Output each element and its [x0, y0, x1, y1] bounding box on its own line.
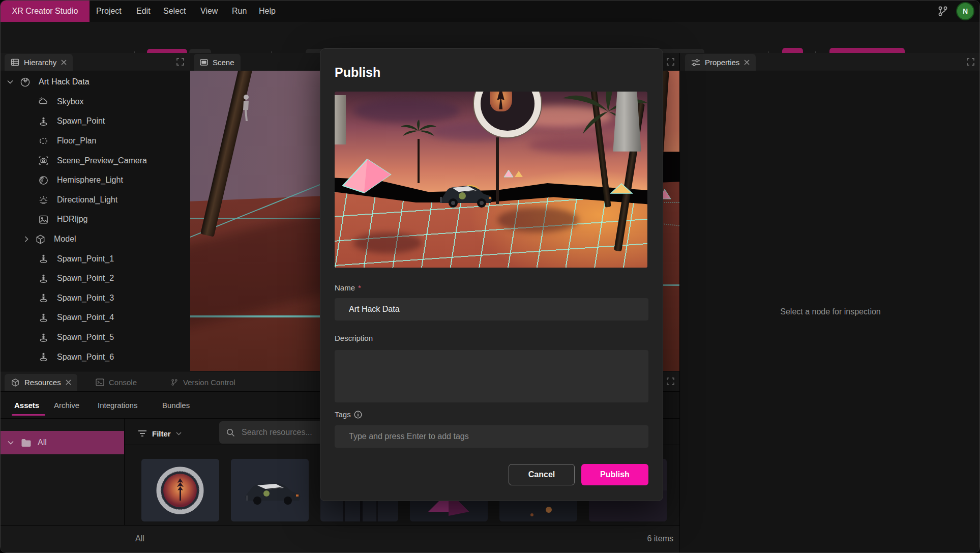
tree-item-spawn-point-3[interactable]: Spawn_Point_3 [1, 288, 190, 308]
world-icon [20, 77, 31, 88]
branch-icon [170, 378, 179, 387]
art-hack-data-badge-image [141, 459, 219, 521]
tree-item-scene-preview-camera[interactable]: Scene_Preview_Camera [1, 151, 190, 170]
folder-tree: All [1, 419, 125, 525]
image-icon [38, 214, 49, 225]
chevron-down-icon[interactable] [7, 80, 13, 84]
filter-button[interactable]: Filter [138, 422, 182, 445]
tab-label: Hierarchy [24, 58, 56, 67]
tab-properties[interactable]: Properties [685, 54, 756, 71]
tree-item-art-hack-data[interactable]: Art Hack Data [1, 72, 190, 92]
subtab-archive[interactable]: Archive [54, 401, 79, 410]
menu-help[interactable]: Help [259, 1, 276, 22]
close-icon[interactable] [66, 380, 71, 385]
spawn-point-icon [38, 332, 49, 343]
preview-sign-pole [496, 137, 499, 204]
tree-label: Skybox [57, 97, 83, 106]
tab-version-control[interactable]: Version Control [164, 374, 242, 391]
name-field-label: Name * [335, 283, 361, 292]
version-control-branch-icon[interactable] [937, 5, 949, 17]
properties-tabbar: Properties [680, 53, 980, 71]
tab-console[interactable]: Console [90, 374, 143, 391]
menu-edit[interactable]: Edit [136, 1, 151, 22]
tags-input[interactable] [335, 425, 648, 448]
tree-label: Spawn_Point_1 [57, 254, 114, 264]
subtab-bundles[interactable]: Bundles [162, 401, 190, 410]
footer-scope-label: All [135, 534, 144, 543]
tab-scene[interactable]: Scene [194, 54, 241, 71]
menubar: XR Creator Studio Project Edit Select Vi… [1, 1, 979, 22]
console-icon [96, 379, 104, 386]
tab-resources[interactable]: Resources [5, 374, 77, 391]
model-cube-icon [35, 234, 46, 245]
tree-item-spawn-point-5[interactable]: Spawn_Point_5 [1, 328, 190, 347]
preview-gray-tower [613, 92, 641, 152]
tree-item-hemisphere-light[interactable]: Hemisphere_Light [1, 170, 190, 190]
asset-thumbnail-police-car[interactable] [231, 459, 309, 521]
publish-button[interactable]: Publish [581, 464, 648, 485]
spawn-point-icon [38, 116, 49, 127]
filter-lines-icon [138, 430, 147, 437]
camera-icon [38, 155, 49, 166]
menu-view[interactable]: View [200, 1, 218, 22]
tab-label: Scene [213, 58, 234, 67]
description-textarea[interactable] [335, 350, 648, 402]
tree-label: Spawn_Point_5 [57, 333, 114, 342]
properties-empty-state: Select a node for inspection [680, 307, 980, 316]
name-label-text: Name [335, 283, 355, 292]
preview-palm-shadow [353, 232, 422, 254]
tree-item-floor-plan[interactable]: Floor_Plan [1, 131, 190, 151]
preview-palm-shadow [497, 208, 579, 232]
user-avatar[interactable]: N [956, 2, 974, 20]
hierarchy-panel: Hierarchy Art Hack Data Skyb [1, 53, 190, 371]
expand-panel-icon[interactable] [667, 58, 674, 66]
tree-item-skybox[interactable]: Skybox [1, 92, 190, 112]
preview-small-cones [610, 183, 633, 194]
close-icon[interactable] [744, 60, 750, 65]
name-input[interactable] [335, 298, 648, 321]
resources-footer: All 6 items [1, 525, 679, 553]
expand-panel-icon[interactable] [176, 58, 184, 66]
menu-project[interactable]: Project [96, 1, 122, 22]
description-field-label: Description [335, 334, 373, 342]
tree-item-spawn-point-1[interactable]: Spawn_Point_1 [1, 249, 190, 269]
tree-label: Spawn_Point_6 [57, 353, 114, 362]
tree-item-directional-light[interactable]: Directional_Light [1, 190, 190, 210]
tree-item-hdrijpg[interactable]: HDRIjpg [1, 210, 190, 229]
tree-item-model[interactable]: Model [1, 229, 190, 249]
app-window: XR Creator Studio Project Edit Select Vi… [0, 0, 980, 553]
folder-icon [21, 439, 32, 447]
spawn-point-icon [38, 253, 49, 264]
tree-item-spawn-point-2[interactable]: Spawn_Point_2 [1, 269, 190, 288]
chevron-right-icon[interactable] [24, 236, 28, 242]
app-brand[interactable]: XR Creator Studio [1, 1, 90, 22]
publish-preview-image [335, 92, 647, 268]
info-icon[interactable] [354, 411, 362, 419]
tree-item-spawn-point[interactable]: Spawn_Point [1, 111, 190, 131]
tab-hierarchy[interactable]: Hierarchy [5, 54, 73, 71]
subtab-assets[interactable]: Assets [14, 401, 39, 410]
tree-label: HDRIjpg [57, 215, 87, 224]
close-icon[interactable] [61, 60, 67, 65]
chevron-down-icon[interactable] [8, 441, 14, 445]
directional-light-icon [38, 194, 49, 205]
tree-label: Hemisphere_Light [57, 176, 123, 185]
asset-thumbnail-badge[interactable] [141, 459, 219, 521]
tab-label: Console [109, 378, 137, 387]
tree-item-spawn-point-6[interactable]: Spawn_Point_6 [1, 347, 190, 367]
hierarchy-icon [11, 58, 19, 67]
expand-panel-icon[interactable] [667, 377, 674, 385]
tree-item-spawn-point-4[interactable]: Spawn_Point_4 [1, 308, 190, 328]
folder-item-all[interactable]: All [1, 431, 124, 454]
subtab-integrations[interactable]: Integrations [98, 401, 137, 410]
menu-select[interactable]: Select [163, 1, 186, 22]
hierarchy-tabbar: Hierarchy [1, 53, 190, 71]
cancel-button[interactable]: Cancel [509, 464, 575, 485]
preview-police-car [438, 180, 494, 212]
menu-run[interactable]: Run [232, 1, 247, 22]
dialog-title: Publish [335, 65, 380, 80]
tree-label: Scene_Preview_Camera [57, 156, 147, 165]
tree-label: Spawn_Point_2 [57, 274, 114, 283]
expand-panel-icon[interactable] [967, 58, 974, 66]
spawn-point-icon [38, 273, 49, 284]
